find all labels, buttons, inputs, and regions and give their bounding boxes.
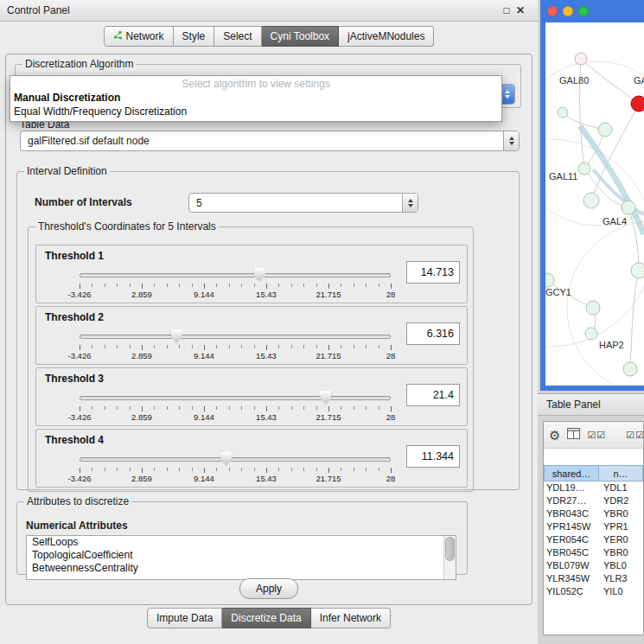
- table-cell[interactable]: YBL0: [599, 559, 643, 572]
- slider-track[interactable]: [80, 335, 391, 339]
- threshold-3-slider[interactable]: [80, 391, 391, 405]
- threshold-2-slider[interactable]: [80, 329, 391, 343]
- network-node[interactable]: [578, 163, 590, 175]
- slider-thumb[interactable]: [171, 329, 182, 343]
- table-row[interactable]: YDL19…YDL1: [544, 481, 643, 494]
- table-row[interactable]: YER054CYER0: [544, 533, 643, 546]
- table-cell[interactable]: YDL19…: [544, 481, 599, 494]
- table-cell[interactable]: YPR1: [599, 520, 643, 533]
- tab-infer-network[interactable]: Infer Network: [311, 608, 391, 628]
- table-row[interactable]: YPR145WYPR1: [544, 520, 643, 533]
- attribute-list-item[interactable]: SelfLoops: [27, 536, 456, 549]
- threshold-1-value-field[interactable]: 14.713: [406, 261, 460, 284]
- table-cell[interactable]: YLR345W: [544, 572, 599, 585]
- network-node[interactable]: [622, 201, 635, 214]
- network-node[interactable]: [586, 301, 600, 315]
- tab-discretize-data[interactable]: Discretize Data: [222, 608, 310, 628]
- table-row[interactable]: YIL052CYIL0: [544, 585, 643, 598]
- list-scrollbar-thumb[interactable]: [445, 537, 455, 561]
- table-cell[interactable]: YDR2: [599, 494, 643, 507]
- table-cell[interactable]: YER0: [599, 533, 643, 546]
- columns-icon[interactable]: [567, 427, 580, 443]
- table-row[interactable]: YBR045CYBR0: [544, 546, 643, 559]
- tab-style[interactable]: Style: [174, 26, 215, 47]
- network-node[interactable]: [545, 273, 554, 287]
- threshold-3-value-field[interactable]: 21.4: [406, 384, 460, 406]
- gear-icon[interactable]: ⚙: [549, 429, 560, 442]
- attribute-list-item[interactable]: BetweennessCentrality: [27, 562, 456, 575]
- tab-network[interactable]: Network: [104, 26, 174, 47]
- network-node-label: HAP2: [599, 340, 624, 350]
- slider-thumb[interactable]: [254, 268, 265, 282]
- threshold-2-row: Threshold 2 -3.4262.8599.14415.4321.7152…: [35, 306, 468, 365]
- table-data-combobox[interactable]: galFiltered.sif default node: [20, 131, 520, 151]
- threshold-1-slider[interactable]: [80, 268, 391, 282]
- tick-mark: [341, 284, 341, 287]
- table-cell[interactable]: YBR043C: [544, 507, 599, 520]
- table-cell[interactable]: YER054C: [544, 533, 599, 546]
- table-cell[interactable]: YIL0: [599, 585, 643, 598]
- table-cell[interactable]: YIL052C: [544, 585, 599, 598]
- network-node-selected[interactable]: [631, 96, 644, 112]
- slider-scale-label: 28: [386, 412, 396, 422]
- attribute-list-item[interactable]: TopologicalCoefficient: [27, 549, 456, 562]
- mac-close-icon[interactable]: [547, 6, 558, 16]
- float-window-icon[interactable]: □: [500, 4, 513, 16]
- table-row[interactable]: YDR27…YDR2: [544, 494, 643, 507]
- table-row[interactable]: YBR043CYBR0: [544, 507, 643, 520]
- network-node[interactable]: [558, 107, 568, 118]
- tab-label: Cyni Toolbox: [271, 30, 329, 42]
- tick-mark: [105, 406, 105, 410]
- threshold-4-slider[interactable]: [80, 452, 391, 466]
- select-rows-icon[interactable]: ☑☑: [626, 430, 643, 441]
- tick-mark: [216, 284, 217, 287]
- dropdown-option-equal-width[interactable]: Equal Width/Frequency Discretization: [10, 105, 501, 118]
- control-panel: Control Panel □ ✕ Network Style Select C…: [0, 0, 539, 644]
- table-cell[interactable]: YDR27…: [544, 494, 599, 507]
- tab-select[interactable]: Select: [214, 26, 261, 47]
- table-cell[interactable]: YDL1: [599, 481, 643, 494]
- slider-track[interactable]: [80, 396, 391, 400]
- combobox-stepper-icon[interactable]: [402, 194, 418, 212]
- mac-zoom-icon[interactable]: [578, 6, 589, 16]
- slider-thumb[interactable]: [320, 391, 331, 405]
- threshold-2-value-field[interactable]: 6.316: [406, 322, 460, 345]
- table-cell[interactable]: YBR045C: [544, 546, 599, 559]
- numerical-attributes-list[interactable]: SelfLoopsTopologicalCoefficientBetweenne…: [26, 535, 456, 580]
- table-cell[interactable]: YPR145W: [544, 520, 599, 533]
- network-canvas[interactable]: GAL80GAGAL11GAL4GCY1HAP2: [545, 22, 644, 386]
- select-columns-icon[interactable]: ☑☑: [587, 430, 606, 441]
- column-header-shared-name[interactable]: shared…: [544, 465, 599, 481]
- tick-mark: [179, 406, 180, 410]
- network-node[interactable]: [631, 263, 644, 278]
- table-cell[interactable]: YBR0: [599, 546, 643, 559]
- network-node[interactable]: [583, 193, 599, 208]
- number-of-intervals-combobox[interactable]: 5: [188, 193, 418, 213]
- tab-cyni-toolbox[interactable]: Cyni Toolbox: [262, 26, 339, 47]
- table-cell[interactable]: YLR3: [599, 572, 643, 585]
- slider-scale-label: 2.859: [131, 412, 152, 422]
- slider-ticks: [80, 284, 391, 289]
- slider-track[interactable]: [80, 273, 391, 277]
- network-node[interactable]: [623, 362, 637, 376]
- threshold-4-value-field[interactable]: 11.344: [406, 445, 460, 468]
- tab-impute-data[interactable]: Impute Data: [147, 608, 222, 628]
- network-node[interactable]: [585, 328, 597, 340]
- network-node[interactable]: [598, 123, 612, 137]
- table-row[interactable]: YLR345WYLR3: [544, 572, 643, 585]
- mac-minimize-icon[interactable]: [563, 6, 573, 16]
- network-node[interactable]: [575, 53, 587, 65]
- column-header-name[interactable]: n…: [599, 465, 643, 481]
- dropdown-option-manual-discretization[interactable]: Manual Discretization: [10, 91, 501, 105]
- table-cell[interactable]: YBL079W: [544, 559, 599, 572]
- close-icon[interactable]: ✕: [513, 4, 527, 16]
- list-scrollbar[interactable]: [443, 536, 456, 579]
- tab-jactivemnodules[interactable]: jActiveMNodules: [339, 26, 434, 47]
- slider-scale-label: -3.426: [68, 412, 92, 422]
- table-row[interactable]: YBL079WYBL0: [544, 559, 643, 572]
- table-cell[interactable]: YBR0: [599, 507, 643, 520]
- slider-thumb[interactable]: [220, 452, 232, 466]
- combobox-stepper-icon[interactable]: [503, 131, 519, 150]
- slider-track[interactable]: [80, 457, 391, 462]
- apply-button[interactable]: Apply: [239, 578, 298, 599]
